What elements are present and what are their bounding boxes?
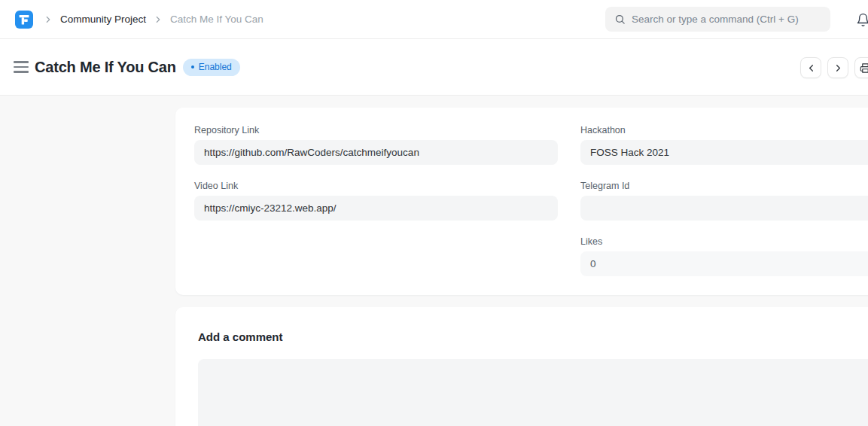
repository-link-field: Repository Link: [194, 124, 558, 165]
comments-card: Add a comment: [175, 307, 868, 426]
sidebar-toggle-button[interactable]: [14, 59, 29, 75]
hackathon-input[interactable]: [580, 140, 868, 165]
status-badge-label: Enabled: [199, 62, 232, 72]
next-document-button[interactable]: [827, 57, 848, 78]
breadcrumb-item-community-project[interactable]: Community Project: [60, 14, 146, 25]
add-comment-heading: Add a comment: [198, 330, 283, 343]
telegram-id-field: Telegram Id: [580, 180, 868, 221]
hackathon-field: Hackathon: [580, 124, 868, 165]
frappe-f-icon: [15, 11, 33, 29]
page-title: Catch Me If You Can: [35, 59, 176, 76]
repository-link-label: Repository Link: [194, 124, 558, 137]
printer-icon: [860, 62, 868, 74]
chevron-right-icon: [833, 62, 844, 74]
telegram-id-label: Telegram Id: [580, 180, 868, 193]
telegram-id-input[interactable]: [580, 196, 868, 221]
video-link-label: Video Link: [194, 180, 558, 193]
global-search[interactable]: [605, 7, 830, 32]
video-link-field: Video Link: [194, 180, 558, 221]
breadcrumb-chevron-icon: [43, 14, 53, 25]
video-link-input[interactable]: [194, 196, 558, 221]
form-column-left: Repository Link Video Link: [194, 124, 558, 236]
app-window: Community Project Catch Me If You Can Ca…: [0, 0, 868, 426]
status-dot-icon: [191, 65, 194, 68]
notifications-button[interactable]: [851, 8, 868, 31]
navbar: Community Project Catch Me If You Can: [0, 0, 868, 39]
hamburger-icon: [14, 61, 29, 62]
page-header: Catch Me If You Can Enabled: [0, 39, 868, 96]
status-badge: Enabled: [183, 59, 240, 76]
bell-icon: [856, 13, 868, 27]
form-column-right: Hackathon Telegram Id Likes 0: [580, 124, 868, 291]
content-area: Repository Link Video Link Hackathon Tel…: [0, 96, 868, 426]
breadcrumb: Community Project Catch Me If You Can: [60, 14, 263, 25]
breadcrumb-chevron-icon: [153, 14, 163, 25]
likes-label: Likes: [580, 236, 868, 248]
previous-document-button[interactable]: [800, 57, 821, 78]
breadcrumb-item-current[interactable]: Catch Me If You Can: [170, 14, 263, 25]
hackathon-label: Hackathon: [580, 124, 868, 137]
likes-value: 0: [580, 251, 868, 276]
search-input[interactable]: [632, 14, 821, 25]
form-details-card: Repository Link Video Link Hackathon Tel…: [175, 108, 868, 295]
frappe-logo[interactable]: [15, 11, 33, 29]
print-button[interactable]: [854, 57, 868, 78]
comment-input[interactable]: [198, 359, 868, 426]
chevron-left-icon: [806, 62, 817, 74]
repository-link-input[interactable]: [194, 140, 558, 165]
likes-field: Likes 0: [580, 236, 868, 276]
search-icon: [614, 14, 626, 25]
